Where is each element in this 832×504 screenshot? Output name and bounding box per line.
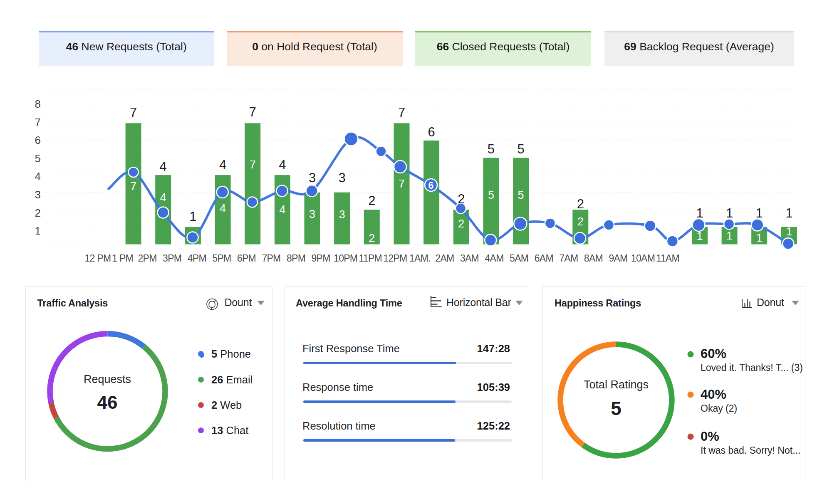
svg-text:7PM: 7PM — [262, 253, 280, 264]
svg-text:5: 5 — [35, 152, 41, 165]
svg-text:4: 4 — [279, 158, 286, 172]
svg-text:2: 2 — [369, 232, 375, 245]
svg-text:1 PM: 1 PM — [112, 253, 133, 264]
svg-text:7: 7 — [35, 116, 41, 128]
svg-text:9PM: 9PM — [311, 253, 330, 264]
svg-text:5: 5 — [518, 189, 524, 201]
svg-text:4: 4 — [35, 170, 41, 183]
svg-text:5: 5 — [488, 189, 494, 201]
svg-text:5PM: 5PM — [212, 253, 231, 264]
svg-text:4AM: 4AM — [485, 253, 503, 264]
svg-text:6PM: 6PM — [237, 253, 256, 264]
svg-text:2: 2 — [577, 215, 584, 228]
svg-text:7AM: 7AM — [559, 253, 578, 264]
svg-text:1: 1 — [189, 209, 196, 224]
svg-text:2: 2 — [35, 207, 41, 219]
svg-text:5AM: 5AM — [510, 253, 528, 264]
svg-text:3: 3 — [309, 170, 316, 185]
svg-text:7: 7 — [130, 180, 136, 193]
svg-text:2: 2 — [458, 192, 465, 206]
svg-text:10AM: 10AM — [631, 253, 655, 264]
svg-text:5: 5 — [517, 142, 524, 156]
svg-text:4: 4 — [160, 191, 166, 204]
svg-text:3AM: 3AM — [460, 253, 479, 264]
svg-text:1: 1 — [726, 230, 733, 242]
svg-text:7: 7 — [399, 178, 405, 190]
svg-text:3: 3 — [35, 188, 41, 201]
svg-text:5: 5 — [488, 142, 495, 156]
svg-text:1: 1 — [756, 206, 763, 220]
svg-text:1: 1 — [756, 232, 763, 244]
svg-text:2AM: 2AM — [435, 253, 454, 264]
svg-text:9AM: 9AM — [609, 253, 627, 264]
svg-text:12PM: 12PM — [383, 253, 407, 264]
svg-text:4PM: 4PM — [188, 253, 206, 264]
svg-text:7: 7 — [250, 158, 256, 171]
svg-text:2: 2 — [458, 217, 464, 230]
svg-text:2PM: 2PM — [138, 253, 156, 264]
svg-text:3PM: 3PM — [163, 253, 181, 264]
svg-text:1: 1 — [696, 230, 703, 242]
svg-text:6: 6 — [35, 134, 41, 146]
svg-text:4: 4 — [279, 203, 285, 216]
svg-text:8AM: 8AM — [584, 253, 603, 264]
svg-text:7: 7 — [249, 105, 256, 119]
svg-text:1AM.: 1AM. — [409, 253, 431, 264]
svg-text:8PM: 8PM — [287, 253, 305, 264]
svg-text:3: 3 — [309, 208, 315, 220]
svg-text:6: 6 — [428, 125, 435, 139]
svg-text:4: 4 — [160, 159, 167, 174]
svg-text:7: 7 — [398, 105, 405, 120]
svg-text:11AM: 11AM — [656, 253, 679, 264]
svg-text:4: 4 — [219, 158, 226, 172]
svg-text:1: 1 — [35, 225, 41, 237]
svg-text:6AM: 6AM — [535, 253, 553, 264]
svg-text:1: 1 — [696, 206, 703, 220]
svg-text:4: 4 — [220, 202, 226, 215]
svg-text:6: 6 — [428, 180, 434, 191]
svg-text:3: 3 — [339, 170, 346, 185]
svg-text:2: 2 — [368, 193, 375, 208]
svg-text:11PM: 11PM — [359, 253, 382, 264]
svg-text:10PM: 10PM — [334, 253, 357, 264]
svg-text:8: 8 — [35, 98, 41, 110]
svg-text:1: 1 — [785, 206, 792, 220]
svg-text:3: 3 — [339, 208, 345, 221]
svg-text:12 PM: 12 PM — [85, 253, 111, 264]
svg-text:1: 1 — [726, 206, 733, 220]
svg-text:2: 2 — [577, 197, 584, 211]
svg-text:7: 7 — [130, 105, 137, 120]
svg-text:1: 1 — [786, 225, 792, 238]
